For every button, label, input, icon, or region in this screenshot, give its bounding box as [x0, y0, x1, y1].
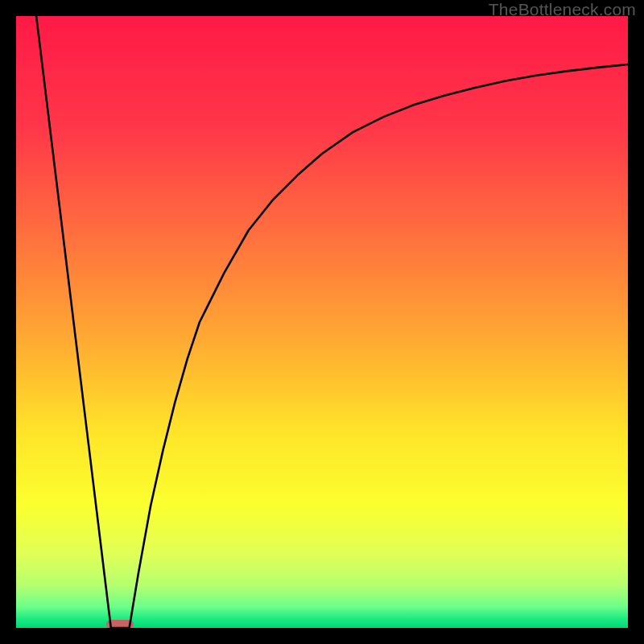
chart-frame: TheBottleneck.com — [0, 0, 644, 644]
plot-area — [16, 16, 628, 628]
curve-path — [36, 16, 628, 628]
curve-layer — [16, 16, 628, 628]
watermark-text: TheBottleneck.com — [489, 0, 636, 19]
